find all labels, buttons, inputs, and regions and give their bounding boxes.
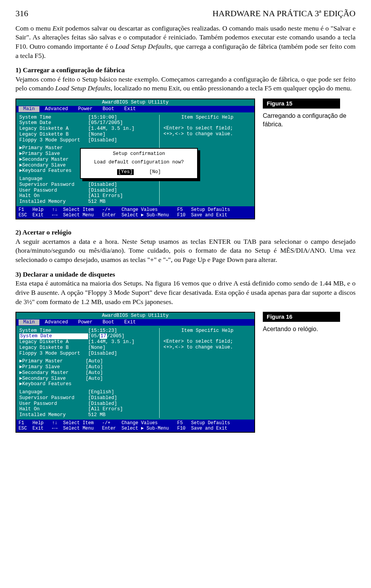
section-3-text: Esta etapa é automática na maioria dos S…	[15, 279, 356, 305]
tab-main[interactable]: Main	[19, 319, 39, 325]
triangle-icon: ►	[19, 151, 22, 157]
tab-power[interactable]: Power	[73, 106, 97, 112]
system-time-label: System Time	[19, 115, 88, 121]
floppy3-label: Floppy 3 Mode Support	[19, 138, 88, 143]
primary-slave-item[interactable]: Primary Slave	[22, 364, 86, 370]
section-2: 2) Acertar o relógio A seguir acertamos …	[15, 228, 356, 265]
intro-lsd-italic: Load Setup Defaults	[115, 42, 171, 50]
secondary-master-item[interactable]: Secondary Master	[22, 370, 86, 376]
keyboard-features-item[interactable]: Keyboard Features	[22, 168, 72, 174]
keyboard-features-item[interactable]: Keyboard Features	[22, 381, 72, 387]
triangle-icon: ►	[19, 370, 22, 376]
footer-line-2: ESC Exit ←→ Select Menu Enter Select ► S…	[19, 426, 227, 431]
bios-footer: F1 Help ↑↓ Select Item -/+ Change Values…	[16, 206, 254, 219]
system-date-value[interactable]: [05/17/2005]	[88, 120, 123, 126]
bios-title: AwardBIOS Setup Utility	[16, 99, 254, 106]
language-label: Language	[19, 389, 88, 395]
section-3: 3) Declarar a unidade de disquetes Esta …	[15, 270, 356, 307]
figure-16-label: Figura 16	[263, 312, 340, 322]
system-date-label: System Date	[19, 333, 88, 339]
tab-exit[interactable]: Exit	[120, 319, 141, 325]
primary-master-item[interactable]: Primary Master	[22, 359, 86, 364]
diskette-b-value[interactable]: [None]	[88, 345, 106, 351]
installed-mem-value: 512 MB	[88, 412, 106, 418]
help-line-1: <Enter> to select field;	[163, 126, 251, 131]
floppy3-value[interactable]: [Disabled]	[88, 138, 117, 143]
primary-master-item[interactable]: Primary Master	[22, 145, 63, 151]
system-date-label: System Date	[19, 120, 88, 126]
bios-left-pane: System Time[15:15:23] System Date[05/17/…	[19, 328, 155, 418]
section-2-text: A seguir acertamos a data e a hora. Nest…	[15, 238, 356, 263]
user-pw-value[interactable]: [Disabled]	[88, 188, 117, 194]
tab-boot[interactable]: Boot	[98, 319, 119, 325]
footer-line-1: F1 Help ↑↓ Select Item -/+ Change Values…	[19, 420, 230, 426]
help-line-2: <+>,<-> to change value.	[163, 345, 251, 350]
bios-help-pane: Item Specific Help <Enter> to select fie…	[159, 328, 251, 418]
bios-menubar: Main Advanced Power Boot Exit	[16, 319, 254, 326]
section-1: 1) Carregar a configuração de fábrica Ve…	[15, 66, 356, 93]
bios-menubar: Main Advanced Power Boot Exit	[16, 106, 254, 112]
tab-boot[interactable]: Boot	[98, 106, 119, 112]
primary-slave-item[interactable]: Primary Slave	[22, 151, 60, 157]
figure-15-caption: Carregando a configuração de fábrica.	[263, 112, 356, 128]
system-time-label: System Time	[19, 328, 88, 334]
diskette-b-label: Legacy Diskette B	[19, 132, 88, 138]
dialog-no-button[interactable]: [No]	[149, 169, 161, 175]
secondary-master-item[interactable]: Secondary Master	[22, 157, 69, 163]
help-line-2: <+>,<-> to change value.	[163, 131, 251, 137]
supervisor-pw-label: Supervisor Password	[19, 395, 88, 401]
halt-on-value[interactable]: [All Errors]	[88, 406, 123, 412]
triangle-icon: ►	[19, 381, 22, 387]
figure-15-block: AwardBIOS Setup Utility Main Advanced Po…	[15, 99, 356, 219]
section-1-text-b: , localizado no menu Exit, ou então pres…	[111, 84, 352, 92]
floppy3-value[interactable]: [Disabled]	[88, 351, 117, 357]
triangle-icon: ►	[19, 376, 22, 382]
figure-16-block: AwardBIOS Setup Utility Main Advanced Po…	[15, 312, 356, 433]
help-line-1: <Enter> to select field;	[163, 339, 251, 345]
tab-exit[interactable]: Exit	[120, 106, 141, 112]
diskette-b-value[interactable]: [None]	[88, 132, 106, 138]
diskette-a-value[interactable]: [1.44M, 3.5 in.]	[88, 339, 134, 345]
diskette-b-label: Legacy Diskette B	[19, 345, 88, 351]
help-title: Item Specific Help	[163, 328, 251, 334]
triangle-icon: ►	[19, 168, 22, 174]
intro-exit-italic: Exit	[53, 24, 63, 32]
footer-line-1: F1 Help ↑↓ Select Item -/+ Change Values…	[19, 207, 230, 212]
system-time-value[interactable]: [15:10:00]	[88, 115, 117, 121]
tab-advanced[interactable]: Advanced	[40, 319, 73, 325]
halt-on-label: Halt On	[19, 406, 88, 412]
supervisor-pw-value[interactable]: [Disabled]	[88, 182, 117, 188]
tab-power[interactable]: Power	[73, 319, 97, 325]
secondary-slave-item[interactable]: Secondary Slave	[22, 376, 86, 382]
user-pw-value[interactable]: [Disabled]	[88, 401, 117, 407]
diskette-a-label: Legacy Diskette A	[19, 126, 88, 132]
user-pw-label: User Password	[19, 401, 88, 407]
date-part-b: /2005]	[107, 333, 124, 339]
date-day-highlight[interactable]: 17	[100, 333, 107, 339]
help-title: Item Specific Help	[163, 115, 251, 121]
page-header-title: HARDWARE NA PRÁTICA 3ª EDIÇÃO	[213, 8, 356, 19]
section-3-title: 3) Declarar a unidade de disquetes	[15, 270, 115, 278]
intro-text-a: Com o menu	[15, 24, 53, 32]
language-label: Language	[19, 176, 88, 182]
halt-on-value[interactable]: [All Errors]	[88, 193, 123, 199]
halt-on-label: Halt On	[19, 193, 88, 199]
tab-advanced[interactable]: Advanced	[40, 106, 73, 112]
page-number: 316	[15, 8, 28, 19]
triangle-icon: ►	[19, 359, 22, 364]
tab-main[interactable]: Main	[19, 106, 39, 112]
supervisor-pw-value[interactable]: [Disabled]	[88, 395, 117, 401]
primary-master-value: [Auto]	[86, 359, 103, 364]
installed-mem-label: Installed Memory	[19, 199, 88, 205]
language-value[interactable]: [English]	[88, 389, 114, 395]
system-time-value[interactable]: [15:15:23]	[88, 328, 117, 334]
secondary-slave-item[interactable]: Secondary Slave	[22, 163, 66, 168]
primary-slave-value: [Auto]	[86, 364, 103, 370]
dialog-yes-button[interactable]: [Yes]	[117, 169, 134, 175]
diskette-a-label: Legacy Diskette A	[19, 339, 88, 345]
diskette-a-value[interactable]: [1.44M, 3.5 in.]	[88, 126, 134, 132]
footer-line-2: ESC Exit ←→ Select Menu Enter Select ► S…	[19, 212, 227, 218]
system-date-value[interactable]: [05/17/2005]	[88, 333, 124, 339]
setup-confirmation-dialog: Setup confirmation Load default configur…	[80, 148, 198, 179]
triangle-icon: ►	[19, 364, 22, 370]
